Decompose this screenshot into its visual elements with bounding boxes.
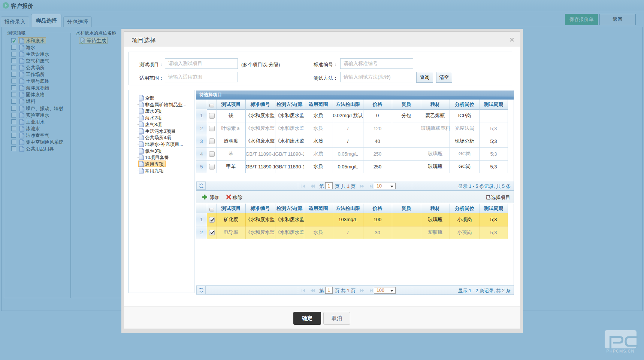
svg-text:PHPCMS.CN: PHPCMS.CN <box>606 349 634 353</box>
